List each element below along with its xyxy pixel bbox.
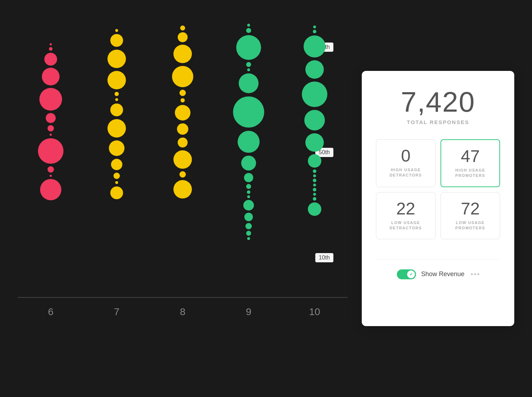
toggle-row: ✓ Show Revenue [397,269,479,279]
x-label-6: 6 [18,306,84,318]
stat-card-high-detractors[interactable]: 0 HIGH USAGE DETRACTORS [376,139,436,187]
stat-label2-low-detractors: DETRACTORS [382,225,430,231]
stat-label1-high-detractors: HIGH USAGE [382,167,430,173]
x-label-9: 9 [216,306,282,318]
x-label-10: 10 [282,306,348,318]
stat-label1-low-detractors: LOW USAGE [382,220,430,225]
show-revenue-toggle[interactable]: ✓ [397,269,416,279]
stats-grid: 0 HIGH USAGE DETRACTORS 47 HIGH USAGE PR… [376,139,500,239]
toggle-knob: ✓ [407,270,415,278]
stat-label2-high-detractors: DETRACTORS [382,173,430,178]
x-label-7: 7 [84,306,150,318]
bubble-col-8 [150,21,216,298]
x-label-8: 8 [150,306,216,318]
stat-number-low-promoters: 72 [447,200,494,217]
toggle-check-icon: ✓ [409,272,413,277]
stat-label1-low-promoters: LOW USAGE [447,220,494,225]
divider [376,259,500,259]
stat-card-low-detractors[interactable]: 22 LOW USAGE DETRACTORS [376,192,436,239]
stat-label2-high-promoters: PROMOTERS [447,173,494,178]
bubble-col-10 [282,21,348,298]
stat-number-high-promoters: 47 [447,148,494,165]
bubble-col-9 [216,21,282,298]
axis-line [18,297,348,298]
stat-label1-high-promoters: HIGH USAGE [447,168,494,173]
dot-3 [477,273,479,275]
dot-1 [471,273,473,275]
stat-label2-low-promoters: PROMOTERS [447,225,494,231]
bubble-columns: 90th 50th 10th [18,21,348,298]
dot-2 [474,273,476,275]
x-labels: 6 7 8 9 10 [18,298,348,318]
stat-card-low-promoters[interactable]: 72 LOW USAGE PROMOTERS [440,192,500,239]
stat-number-high-detractors: 0 [382,147,430,164]
total-label: TOTAL RESPONSES [407,119,469,125]
toggle-label: Show Revenue [421,270,464,278]
more-dots[interactable] [471,273,479,275]
main-container: 90th 50th 10th [18,21,514,376]
total-number: 7,420 [401,88,475,116]
right-panel: 7,420 TOTAL RESPONSES 0 HIGH USAGE DETRA… [362,71,514,326]
stat-number-low-detractors: 22 [382,200,430,217]
bubble-col-6 [18,21,84,298]
stat-card-high-promoters[interactable]: 47 HIGH USAGE PROMOTERS [440,139,500,187]
bubble-col-7 [84,21,150,298]
chart-area: 90th 50th 10th [18,21,348,376]
